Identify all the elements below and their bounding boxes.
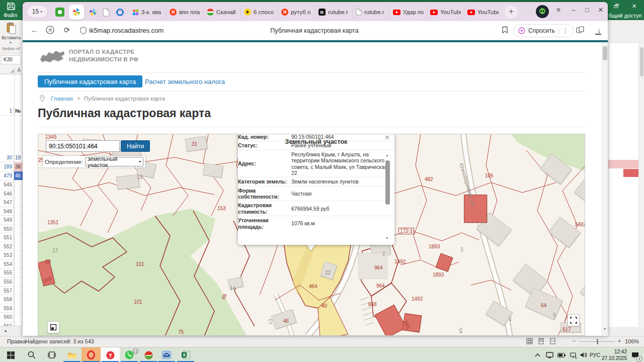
tray-display-icon[interactable] — [543, 347, 555, 362]
row-header[interactable]: 549 — [0, 216, 14, 225]
browser-menu-icon[interactable]: ≡ — [553, 6, 564, 14]
excel-file-tab[interactable]: Файл — [4, 12, 17, 18]
excel-row[interactable]: 555 — [0, 268, 23, 278]
excel-row[interactable]: 552 — [0, 242, 23, 251]
breadcrumb-home[interactable]: Главная — [51, 96, 73, 102]
cell-empty[interactable] — [14, 260, 23, 269]
cell-empty[interactable] — [14, 207, 23, 216]
cell-value[interactable]: 46 — [14, 171, 23, 180]
excel-row-479[interactable]: 479 46 — [0, 171, 23, 180]
browser-tab[interactable]: Я впн пла — [167, 6, 204, 19]
cell-empty[interactable] — [14, 322, 23, 326]
tray-expand-button[interactable] — [531, 347, 543, 362]
row-header[interactable]: 545 — [0, 180, 14, 190]
excel-row[interactable]: 550 — [0, 225, 23, 234]
browser-tab[interactable]: YouTube — [427, 6, 464, 19]
file-explorer-button[interactable] — [62, 347, 82, 362]
page-layout-icon[interactable] — [538, 338, 544, 344]
browser-tab[interactable]: 3-к. ква — [129, 6, 167, 19]
excel-row[interactable]: 557 — [0, 287, 23, 296]
url-text[interactable]: ik5map.roscadastres.com — [89, 27, 164, 34]
row-header[interactable]: 559 — [0, 304, 14, 313]
page-break-icon[interactable] — [549, 338, 556, 344]
tab-counter[interactable]: 15 ▾ — [27, 5, 48, 18]
row-header[interactable]: 550 — [0, 225, 14, 234]
excel-row[interactable]: 548 — [0, 207, 23, 216]
cell-value[interactable]: 19 — [14, 153, 23, 162]
excel-button[interactable]: X — [176, 347, 195, 362]
select-all-icon[interactable] — [10, 69, 14, 73]
column-a-header[interactable]: A — [15, 67, 23, 74]
excel-row[interactable]: 551 — [0, 233, 23, 242]
cell-empty[interactable] — [14, 190, 23, 199]
kebab-menu-icon[interactable]: ⋮ — [562, 27, 569, 34]
bookmark-icon[interactable] — [500, 26, 510, 35]
excel-file-corner[interactable]: Файл — [0, 0, 23, 20]
view-shortcuts[interactable] — [526, 338, 556, 344]
normal-view-icon[interactable] — [526, 338, 533, 344]
new-tab-button[interactable]: + — [505, 6, 518, 19]
excel-row[interactable]: 554 — [0, 260, 23, 269]
row-header[interactable]: 551 — [0, 233, 14, 242]
scroll-thumb[interactable] — [603, 46, 607, 60]
browser-tab[interactable]: R rutube.r — [315, 6, 353, 19]
pinned-tab-document[interactable] — [100, 6, 112, 18]
row-header[interactable]: 30 — [0, 153, 14, 162]
row-header[interactable]: 553 — [0, 251, 14, 260]
row-header[interactable]: 189 — [0, 162, 14, 171]
row-header[interactable]: 552 — [0, 242, 14, 251]
browser-tab[interactable]: 6 спосо — [241, 6, 278, 19]
cell-empty[interactable] — [14, 233, 23, 242]
excel-row[interactable]: 558 — [0, 295, 23, 304]
download-icon[interactable]: ↓ — [594, 26, 604, 34]
row-header[interactable]: 546 — [0, 190, 14, 199]
excel-close-icon[interactable]: ✕ — [632, 3, 636, 10]
map-layers-button[interactable] — [47, 321, 59, 333]
tab-land-tax-link[interactable]: Расчет земельного налога — [145, 78, 225, 85]
row-header[interactable]: 548 — [0, 207, 14, 216]
cell-empty[interactable] — [14, 242, 23, 251]
excel-restore-icon[interactable]: 🗗 — [614, 3, 619, 9]
cell-empty[interactable] — [14, 287, 23, 296]
tray-battery-icon[interactable] — [555, 347, 568, 362]
cell-value[interactable]: 36 — [14, 162, 23, 171]
cell-empty[interactable] — [14, 180, 23, 190]
excel-row-1[interactable]: 1 № — [0, 107, 23, 116]
excel-sheet-nav[interactable]: ◂ — [0, 326, 23, 336]
zoom-level[interactable]: 106% — [625, 338, 639, 344]
paste-dropdown-arrow[interactable]: ▾ — [10, 41, 12, 45]
cadastral-map[interactable]: 134931251548210514921531351172:118931723… — [38, 134, 585, 336]
back-icon[interactable]: ← — [30, 26, 40, 34]
popup-scrollbar[interactable]: ▲ ▼ — [385, 153, 390, 240]
excel-row[interactable]: 549 — [0, 216, 23, 225]
cell-empty[interactable] — [14, 304, 23, 313]
clock[interactable]: 12:42 27.10.2025 — [598, 349, 627, 361]
pinned-tab-green-app[interactable] — [54, 6, 66, 18]
excel-column-headers[interactable]: A — [0, 66, 23, 74]
browser-tab[interactable]: rutube.r — [353, 6, 390, 19]
panels-icon[interactable] — [575, 26, 585, 35]
row-header[interactable]: 554 — [0, 260, 14, 269]
excel-row[interactable]: 546 — [0, 190, 23, 199]
cell-empty[interactable] — [14, 198, 23, 207]
excel-row[interactable]: 559 — [0, 304, 23, 313]
whatsapp-button[interactable]: 11 — [120, 347, 139, 362]
minimize-icon[interactable]: – — [568, 6, 579, 14]
cell-empty[interactable] — [14, 251, 23, 260]
browser-tab[interactable]: Скачай — [204, 6, 241, 19]
row-header[interactable]: 547 — [0, 198, 14, 207]
map-search-input[interactable] — [46, 140, 120, 152]
row-header[interactable]: 479 — [0, 171, 14, 180]
taskbar-search-button[interactable] — [22, 347, 41, 362]
zoom-slider-thumb[interactable] — [597, 339, 598, 344]
cell-empty[interactable] — [14, 313, 23, 322]
browser-tab[interactable]: Я рутуб о — [278, 6, 315, 19]
scroll-thumb[interactable] — [385, 160, 390, 205]
browser-tab[interactable]: YouTube — [464, 6, 502, 19]
mail-app-button[interactable] — [157, 347, 176, 362]
excel-row[interactable]: 545 — [0, 180, 23, 190]
close-icon[interactable]: ✕ — [595, 6, 606, 14]
page-scrollbar[interactable]: ▼ — [602, 42, 608, 336]
shield-icon[interactable] — [78, 27, 88, 36]
filter-select[interactable]: земельный участок ▾ — [85, 157, 143, 166]
